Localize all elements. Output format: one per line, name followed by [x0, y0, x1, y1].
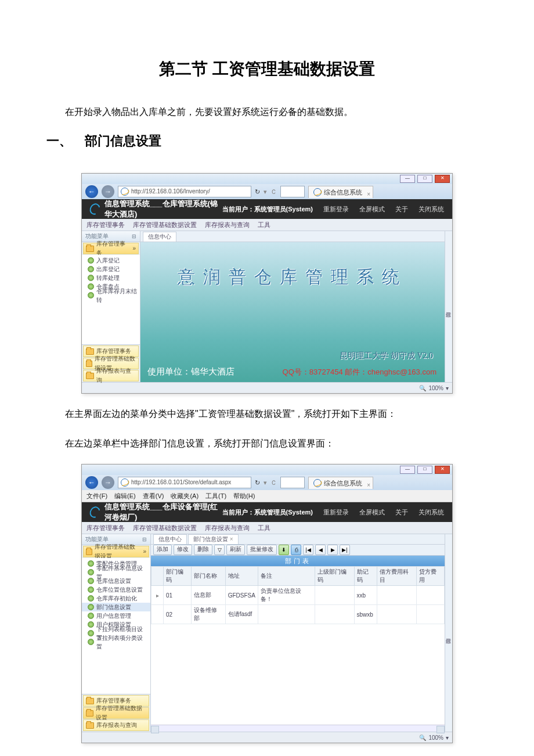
- content-area: 信息中心 意润普仓库管理系统 昆明理工大学 胡守成 V2.0 使用单位：锦华大酒…: [140, 231, 445, 382]
- ie-menu-item[interactable]: 文件(F): [86, 492, 107, 501]
- col-header[interactable]: 助记码: [354, 567, 377, 586]
- fullscreen-link[interactable]: 全屏模式: [359, 508, 385, 517]
- close-system-link[interactable]: 关闭系统: [418, 508, 444, 517]
- export-icon[interactable]: ⬇: [279, 545, 289, 555]
- forward-button[interactable]: →: [102, 476, 114, 489]
- sidebar-section-top[interactable]: 库存管理事务 »: [83, 243, 139, 254]
- search-box[interactable]: [280, 186, 305, 197]
- address-bar[interactable]: http://192.168.0.106/Inventory/: [118, 186, 251, 197]
- right-strip[interactable]: 运行信息: [445, 534, 452, 732]
- sidebar-item[interactable]: 仓库库存月末结转: [82, 291, 140, 300]
- search-box[interactable]: [280, 477, 305, 488]
- sidebar-item[interactable]: 用户信息管理: [82, 611, 150, 620]
- content-tab-active[interactable]: 部门信息设置: [188, 534, 239, 544]
- tab-close-icon[interactable]: ×: [367, 480, 370, 491]
- edit-button[interactable]: 修改: [174, 545, 192, 555]
- relogin-link[interactable]: 重新登录: [323, 205, 349, 214]
- tab-close-icon[interactable]: ×: [367, 189, 370, 200]
- app-title: 信息管理系统___仓库设备管理(红河卷烟厂): [104, 502, 222, 523]
- app-title: 信息管理系统___仓库管理系统(锦华大酒店): [104, 199, 222, 219]
- about-link[interactable]: 关于: [395, 508, 408, 517]
- back-button[interactable]: ←: [85, 476, 98, 489]
- refresh-icon[interactable]: ↻: [255, 188, 260, 196]
- delete-button[interactable]: 删除: [194, 545, 212, 555]
- sidebar-item[interactable]: 下拉列表项分类设置: [82, 638, 150, 646]
- ie-menu-item[interactable]: 工具(T): [205, 492, 226, 501]
- print-icon[interactable]: ⎙: [291, 545, 301, 555]
- forward-button[interactable]: →: [102, 185, 114, 198]
- browser-tab[interactable]: 综合信息系统 ×: [308, 186, 373, 198]
- menu-item[interactable]: 库存管理事务: [86, 221, 125, 229]
- refresh-icon[interactable]: ↻: [255, 479, 260, 487]
- sidebar-item[interactable]: 入库登记: [82, 256, 140, 265]
- sidebar-item[interactable]: 转库处理: [82, 273, 140, 282]
- content-tab[interactable]: 信息中心: [153, 534, 187, 544]
- pin-icon[interactable]: ⊟: [142, 534, 147, 545]
- col-header[interactable]: 上级部门编码: [315, 567, 354, 586]
- sidebar-section-top[interactable]: 库存管理基础数据设置 »: [83, 546, 149, 557]
- sidebar-item[interactable]: 出库登记: [82, 265, 140, 273]
- first-page-icon[interactable]: |◀: [303, 545, 313, 555]
- table-row[interactable]: 02 设备维修部 包请fasdf sbwxb: [151, 605, 445, 624]
- browser-tab[interactable]: 综合信息系统 ×: [308, 477, 373, 489]
- sidebar-item[interactable]: 仓库库存初始化: [82, 594, 150, 603]
- right-strip[interactable]: 运行信息: [445, 231, 452, 382]
- close-button[interactable]: ✕: [435, 175, 450, 183]
- address-bar[interactable]: http://192.168.0.101/Store/default.aspx: [118, 477, 251, 488]
- menu-item[interactable]: 库存报表与查询: [205, 524, 250, 532]
- item-icon: [88, 275, 94, 281]
- menu-item[interactable]: 库存报表与查询: [205, 221, 250, 229]
- sidebar-item-selected[interactable]: 部门信息设置: [82, 603, 150, 611]
- menu-item[interactable]: 工具: [258, 524, 270, 532]
- sidebar-section[interactable]: 库存管理基础数据设置: [83, 707, 149, 719]
- content-tab[interactable]: 信息中心: [143, 232, 176, 242]
- col-header[interactable]: 借方费用科目: [377, 567, 416, 586]
- back-button[interactable]: ←: [85, 185, 98, 198]
- last-page-icon[interactable]: ▶|: [340, 545, 350, 555]
- minimize-button[interactable]: —: [400, 175, 415, 183]
- refresh-button[interactable]: 刷新: [226, 545, 245, 555]
- sidebar-section[interactable]: 库存报表与查询: [83, 370, 139, 381]
- pin-icon[interactable]: ⊟: [132, 231, 136, 242]
- zoom-dropdown-icon[interactable]: ▾: [446, 385, 449, 391]
- close-button[interactable]: ✕: [435, 466, 450, 474]
- menu-item[interactable]: 库存管理事务: [86, 524, 125, 532]
- zoom-icon[interactable]: 🔍: [419, 735, 426, 741]
- zoom-icon[interactable]: 🔍: [419, 385, 426, 391]
- about-link[interactable]: 关于: [395, 205, 408, 214]
- ie-menu-item[interactable]: 编辑(E): [114, 492, 136, 501]
- item-icon: [88, 257, 94, 264]
- ie-menu-item[interactable]: 帮助(H): [233, 492, 255, 501]
- add-button[interactable]: 添加: [153, 545, 172, 555]
- col-header[interactable]: 部门名称: [192, 567, 225, 586]
- fullscreen-link[interactable]: 全屏模式: [359, 205, 385, 214]
- cell: 01: [164, 586, 192, 605]
- prev-page-icon[interactable]: ◀: [315, 545, 326, 555]
- col-header[interactable]: 贷方费用: [416, 567, 444, 586]
- col-header[interactable]: 备注: [258, 567, 315, 586]
- table-row[interactable]: ▸ 01 信息部 GFDSFSA 负责单位信息设备！ xxb: [151, 586, 445, 605]
- menu-item[interactable]: 库存管理基础数据设置: [133, 221, 197, 229]
- maximize-button[interactable]: □: [417, 466, 432, 474]
- close-system-link[interactable]: 关闭系统: [418, 205, 444, 214]
- maximize-button[interactable]: □: [417, 175, 432, 183]
- batch-edit-button[interactable]: 批量修改: [247, 545, 277, 555]
- filter-icon[interactable]: ▽: [214, 545, 225, 555]
- ie-menu-item[interactable]: 收藏夹(A): [171, 492, 199, 501]
- minimize-button[interactable]: —: [400, 466, 415, 474]
- horizontal-scrollbar[interactable]: [151, 725, 445, 732]
- col-header[interactable]: 地址: [225, 567, 258, 586]
- next-page-icon[interactable]: ▶: [327, 545, 338, 555]
- zoom-level: 100%: [428, 735, 443, 741]
- col-header[interactable]: 部门编码: [164, 567, 192, 586]
- menu-item[interactable]: 工具: [258, 221, 270, 229]
- menu-item[interactable]: 库存管理基础数据设置: [133, 524, 197, 532]
- sidebar-item[interactable]: 零配件基本信息设置: [82, 568, 150, 577]
- ie-menubar: 文件(F) 编辑(E) 查看(V) 收藏夹(A) 工具(T) 帮助(H): [82, 490, 452, 502]
- logo-icon: [88, 202, 102, 217]
- sidebar-item[interactable]: 仓库位置信息设置: [82, 585, 150, 594]
- zoom-dropdown-icon[interactable]: ▾: [446, 735, 449, 741]
- relogin-link[interactable]: 重新登录: [323, 508, 349, 517]
- cell: 包请fasdf: [225, 605, 258, 624]
- ie-menu-item[interactable]: 查看(V): [143, 492, 164, 501]
